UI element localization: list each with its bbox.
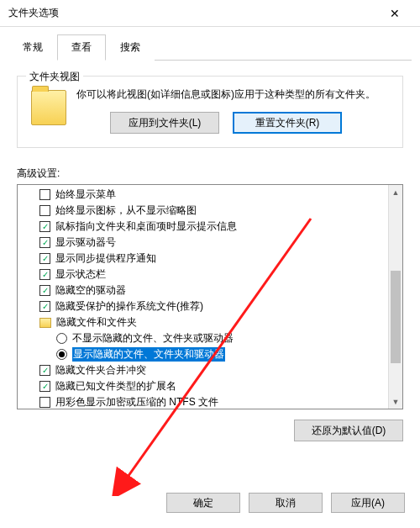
checkbox-icon[interactable]: ✓ xyxy=(39,365,50,376)
list-item[interactable]: 始终显示菜单 xyxy=(23,187,387,203)
list-item[interactable]: ✓隐藏已知文件类型的扩展名 xyxy=(23,378,387,394)
checkbox-icon[interactable]: ✓ xyxy=(39,269,50,280)
list-item-label: 隐藏空的驱动器 xyxy=(55,283,126,298)
tab-content: 文件夹视图 你可以将此视图(如详细信息或图标)应用于这种类型的所有文件夹。 应用… xyxy=(0,61,420,441)
tab-strip: 常规 查看 搜索 xyxy=(8,34,412,61)
list-item[interactable]: ✓隐藏空的驱动器 xyxy=(23,282,387,298)
window-title: 文件夹选项 xyxy=(8,6,59,20)
list-item[interactable]: 不显示隐藏的文件、文件夹或驱动器 xyxy=(23,330,387,346)
checkbox-icon[interactable]: ✓ xyxy=(39,301,50,312)
apply-to-folders-button[interactable]: 应用到文件夹(L) xyxy=(110,112,219,134)
list-item-label: 显示驱动器号 xyxy=(55,235,116,250)
list-item[interactable]: 显示隐藏的文件、文件夹和驱动器 xyxy=(23,346,387,362)
list-item[interactable]: ✓隐藏文件夹合并冲突 xyxy=(23,362,387,378)
list-item[interactable]: ✓显示状态栏 xyxy=(23,267,387,282)
list-item[interactable]: ✓显示驱动器号 xyxy=(23,235,387,251)
list-item-label: 不显示隐藏的文件、文件夹或驱动器 xyxy=(72,331,234,346)
list-item[interactable]: 用彩色显示加密或压缩的 NTFS 文件 xyxy=(23,394,387,409)
checkbox-icon[interactable] xyxy=(39,189,50,200)
restore-defaults-button[interactable]: 还原为默认值(D) xyxy=(294,420,403,441)
tab-general[interactable]: 常规 xyxy=(8,34,57,61)
ok-button[interactable]: 确定 xyxy=(166,493,240,513)
checkbox-icon[interactable] xyxy=(39,397,50,408)
checkbox-icon[interactable]: ✓ xyxy=(39,381,50,392)
list-item-label: 显示同步提供程序通知 xyxy=(55,251,156,266)
reset-folders-button[interactable]: 重置文件夹(R) xyxy=(233,112,342,134)
scroll-up-icon[interactable]: ▲ xyxy=(389,185,402,199)
list-item-label: 隐藏已知文件类型的扩展名 xyxy=(55,379,176,393)
folder-mini-icon xyxy=(39,318,51,328)
list-item-label: 始终显示菜单 xyxy=(55,187,116,202)
advanced-settings-list[interactable]: 始终显示菜单始终显示图标，从不显示缩略图✓鼠标指向文件夹和桌面项时显示提示信息✓… xyxy=(17,184,403,409)
checkbox-icon[interactable]: ✓ xyxy=(39,237,50,248)
list-item[interactable]: ✓隐藏受保护的操作系统文件(推荐) xyxy=(23,298,387,314)
list-item-label: 隐藏受保护的操作系统文件(推荐) xyxy=(55,299,203,314)
scroll-thumb[interactable] xyxy=(391,271,401,363)
list-item-label: 始终显示图标，从不显示缩略图 xyxy=(55,203,197,218)
close-icon[interactable]: ✕ xyxy=(378,7,412,20)
radio-icon[interactable] xyxy=(56,333,67,344)
scroll-down-icon[interactable]: ▼ xyxy=(389,394,402,409)
advanced-settings-label: 高级设置: xyxy=(17,166,403,181)
list-item[interactable]: 隐藏文件和文件夹 xyxy=(23,314,387,330)
checkbox-icon[interactable]: ✓ xyxy=(39,285,50,296)
list-item-label: 用彩色显示加密或压缩的 NTFS 文件 xyxy=(55,395,218,409)
folder-views-desc: 你可以将此视图(如详细信息或图标)应用于这种类型的所有文件夹。 xyxy=(76,87,375,102)
folder-views-group: 文件夹视图 你可以将此视图(如详细信息或图标)应用于这种类型的所有文件夹。 应用… xyxy=(17,76,403,148)
list-item-label: 鼠标指向文件夹和桌面项时显示提示信息 xyxy=(55,219,237,234)
list-item-label: 显示隐藏的文件、文件夹和驱动器 xyxy=(72,347,225,362)
cancel-button[interactable]: 取消 xyxy=(249,493,323,513)
list-item[interactable]: ✓鼠标指向文件夹和桌面项时显示提示信息 xyxy=(23,219,387,235)
checkbox-icon[interactable]: ✓ xyxy=(39,253,50,264)
checkbox-icon[interactable]: ✓ xyxy=(39,221,50,232)
title-bar: 文件夹选项 ✕ xyxy=(0,0,420,27)
dialog-footer: 确定 取消 应用(A) xyxy=(166,493,405,513)
radio-icon[interactable] xyxy=(56,349,67,360)
apply-button[interactable]: 应用(A) xyxy=(331,493,405,513)
group-legend: 文件夹视图 xyxy=(26,70,83,84)
tab-search[interactable]: 搜索 xyxy=(106,34,155,61)
tab-view[interactable]: 查看 xyxy=(57,34,106,61)
list-item-label: 显示状态栏 xyxy=(55,267,106,282)
list-item-label: 隐藏文件和文件夹 xyxy=(56,315,137,330)
scrollbar[interactable]: ▲ ▼ xyxy=(388,185,402,409)
folder-icon xyxy=(31,90,66,125)
list-item[interactable]: 始终显示图标，从不显示缩略图 xyxy=(23,203,387,219)
checkbox-icon[interactable] xyxy=(39,205,50,216)
list-item[interactable]: ✓显示同步提供程序通知 xyxy=(23,251,387,267)
list-item-label: 隐藏文件夹合并冲突 xyxy=(55,363,146,378)
